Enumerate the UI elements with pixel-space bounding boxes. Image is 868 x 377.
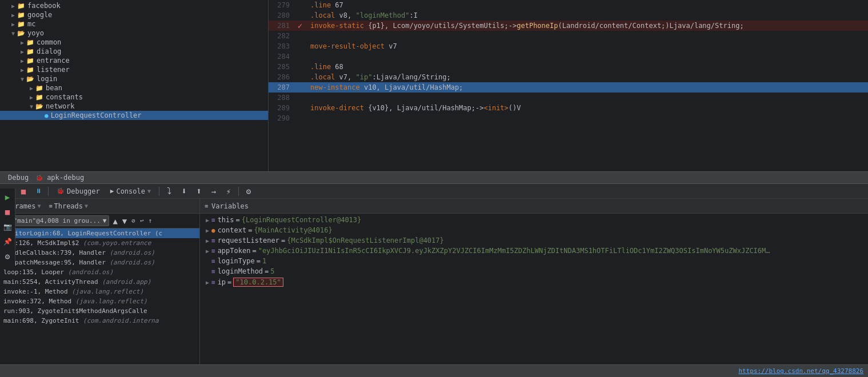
- stack-method-4: loop:135, Looper (android.os): [3, 268, 113, 276]
- var-item-context[interactable]: ▶ ● context = {MainActivity@4016}: [200, 225, 868, 235]
- thread-selector: ▶ "main"@4,008 in grou... ▼ ▲ ▼ ⊘ ↩ ↑: [0, 214, 199, 228]
- tree-item-entrance[interactable]: ▶ 📁 entrance: [0, 56, 268, 65]
- tree-item-google[interactable]: ▶ 📁 google: [0, 10, 268, 19]
- var-name-ip: ip: [218, 278, 226, 286]
- tree-item-mc[interactable]: ▶ 📁 mc: [0, 19, 268, 29]
- status-url[interactable]: https://blog.csdn.net/qq_43278826: [738, 367, 863, 375]
- tree-arrow-facebook: ▶: [9, 3, 17, 9]
- step-into-button[interactable]: ⬇: [178, 185, 190, 198]
- tree-item-facebook[interactable]: ▶ 📁 facebook: [0, 1, 268, 10]
- tree-arrow-yoyo: ▼: [9, 30, 17, 37]
- stop-button[interactable]: ■: [17, 185, 30, 198]
- stack-frame-5[interactable]: main:5254, ActivityThread (android.app): [0, 277, 199, 287]
- left-pin-btn[interactable]: 📌: [1, 235, 14, 248]
- console-icon: ▶: [110, 187, 114, 195]
- stack-frame-2[interactable]: handleCallback:739, Handler (android.os): [0, 248, 199, 258]
- code-line-280: 280 .local v8, "loginMethod":I: [269, 10, 868, 21]
- var-item-apptoken[interactable]: ▶ ≡ appToken = "eyJhbGciOiJIUzI1NiIsInR5…: [200, 246, 868, 256]
- stack-frame-1[interactable]: run:126, McSdkImpl$2 (com.yoyo.entrance: [0, 238, 199, 248]
- run-to-cursor-button[interactable]: →: [207, 185, 220, 198]
- left-resume-btn[interactable]: ▶: [1, 199, 14, 203]
- line-marker-281: ✓: [294, 21, 306, 30]
- stack-frame-7[interactable]: invoke:372, Method (java.lang.reflect): [0, 296, 199, 306]
- debugger-tab[interactable]: 🐞 Debugger: [52, 186, 105, 196]
- debug-tab[interactable]: Debug: [5, 173, 32, 183]
- var-item-requestlistener[interactable]: ▶ ≡ requestListener = {McSdkImpl$OnReque…: [200, 235, 868, 246]
- tree-item-common[interactable]: ▶ 📁 common: [0, 38, 268, 47]
- tree-item-login-controller[interactable]: ● LoginRequestController: [0, 111, 268, 120]
- tree-item-login[interactable]: ▼ 📂 login: [0, 74, 268, 83]
- nav-restore-button[interactable]: ↩: [139, 217, 145, 224]
- code-editor: 279 .line 67 280 .local v8, "loginMethod…: [269, 0, 868, 171]
- stack-frame-6[interactable]: invoke:-1, Method (java.lang.reflect): [0, 287, 199, 296]
- left-settings2-btn[interactable]: ⚙: [1, 250, 14, 263]
- var-value-logintype: 1: [262, 257, 266, 265]
- thread-dropdown[interactable]: "main"@4,008 in grou... ▼: [10, 215, 109, 226]
- tree-item-constants[interactable]: ▶ 📁 constants: [0, 93, 268, 102]
- nav-filter-button[interactable]: ⊘: [130, 217, 137, 224]
- var-icon-requestlistener: ≡: [211, 237, 215, 244]
- tree-arrow-mc: ▶: [9, 21, 17, 27]
- var-eq-ip: =: [227, 278, 231, 286]
- tab-group: 🐞 Debugger ▶ Console ▼: [52, 186, 155, 196]
- debugger-label: Debugger: [67, 187, 100, 195]
- tree-item-yoyo[interactable]: ▼ 📂 yoyo: [0, 29, 268, 38]
- nav-down-button[interactable]: ▼: [121, 216, 128, 226]
- stack-frame-9[interactable]: main:698, ZygoteInit (com.android.intern…: [0, 316, 199, 326]
- var-name-apptoken: appToken: [218, 247, 251, 255]
- var-item-logintype[interactable]: ≡ loginType = 1: [200, 256, 868, 266]
- stack-method-3: dispatchMessage:95, Handler (android.os): [3, 259, 155, 266]
- line-num-280: 280: [269, 11, 294, 19]
- folder-icon-login: 📂: [26, 75, 34, 83]
- threads-tab[interactable]: ≡ Threads ▼: [45, 201, 91, 211]
- code-content-283: move-result-object v7: [306, 42, 397, 50]
- tree-arrow-dialog: ▶: [18, 49, 26, 55]
- stack-frame-8[interactable]: run:903, ZygoteInit$MethodAndArgsCalle: [0, 306, 199, 316]
- nav-up-button[interactable]: ▲: [111, 216, 118, 226]
- code-content-285: .line 68: [306, 63, 343, 71]
- frames-toolbar: ≡ Frames ▼ ≡ Threads ▼: [0, 199, 199, 214]
- variables-panel: ≡ Variables ▶ ≡ this = {LoginRequestCont…: [200, 199, 868, 364]
- line-num-289: 289: [269, 104, 294, 112]
- var-eq-loginmethod: =: [265, 267, 269, 275]
- stack-frame-4[interactable]: loop:135, Looper (android.os): [0, 267, 199, 277]
- tree-label-entrance: entrance: [37, 57, 70, 65]
- tree-arrow-constants: ▶: [27, 94, 35, 101]
- console-tab[interactable]: ▶ Console ▼: [106, 186, 155, 196]
- folder-icon-yoyo: 📂: [17, 30, 25, 37]
- tree-item-listener[interactable]: ▶ 📁 listener: [0, 65, 268, 74]
- debug-content: ≡ Frames ▼ ≡ Threads ▼ ▶ "main"@4,008 in…: [0, 199, 868, 364]
- step-over-button[interactable]: ⤵: [163, 185, 175, 198]
- debugger-icon: 🐞: [57, 187, 65, 195]
- left-camera-btn[interactable]: 📷: [1, 220, 14, 233]
- tree-item-dialog[interactable]: ▶ 📁 dialog: [0, 47, 268, 56]
- tree-item-bean[interactable]: ▶ 📁 bean: [0, 83, 268, 93]
- var-value-this: {LoginRequestController@4013}: [242, 216, 362, 224]
- debug-panel: ▶ ■ ⏸ 🐞 Debugger ▶ Console ▼ ⤵ ⬇ ⬆ →: [0, 184, 868, 364]
- tree-item-network[interactable]: ▼ 📂 network: [0, 102, 268, 111]
- var-item-ip[interactable]: ▶ ≡ ip = "10.0.2.15": [200, 276, 868, 288]
- var-item-loginmethod[interactable]: ≡ loginMethod = 5: [200, 266, 868, 276]
- step-out-button[interactable]: ⬆: [193, 185, 205, 198]
- settings-button[interactable]: ⚙: [242, 185, 255, 198]
- var-item-this[interactable]: ▶ ≡ this = {LoginRequestController@4013}: [200, 215, 868, 225]
- line-num-283: 283: [269, 42, 294, 50]
- left-stop-btn[interactable]: ■: [1, 206, 14, 218]
- variables-toolbar: ≡ Variables: [200, 199, 868, 214]
- stack-frame-3[interactable]: dispatchMessage:95, Handler (android.os): [0, 258, 199, 267]
- line-num-290: 290: [269, 114, 294, 122]
- nav-export-button[interactable]: ↑: [147, 217, 154, 224]
- stack-list: visitorLogin:68, LoginRequestController …: [0, 228, 199, 364]
- stack-method-9: main:698, ZygoteInit (com.android.intern…: [3, 317, 159, 324]
- tree-arrow-bean: ▶: [27, 85, 35, 91]
- pause-button[interactable]: ⏸: [32, 185, 45, 198]
- tree-arrow-entrance: ▶: [18, 58, 26, 64]
- tree-label-listener: listener: [37, 66, 70, 74]
- folder-icon-dialog: 📁: [26, 48, 34, 55]
- stack-frame-0[interactable]: visitorLogin:68, LoginRequestController …: [0, 228, 199, 238]
- tree-label-facebook: facebook: [27, 2, 61, 10]
- evaluate-button[interactable]: ⚡: [222, 185, 235, 198]
- stack-method-7: invoke:372, Method (java.lang.reflect): [3, 298, 147, 305]
- folder-icon-facebook: 📁: [17, 2, 25, 10]
- line-num-285: 285: [269, 63, 294, 71]
